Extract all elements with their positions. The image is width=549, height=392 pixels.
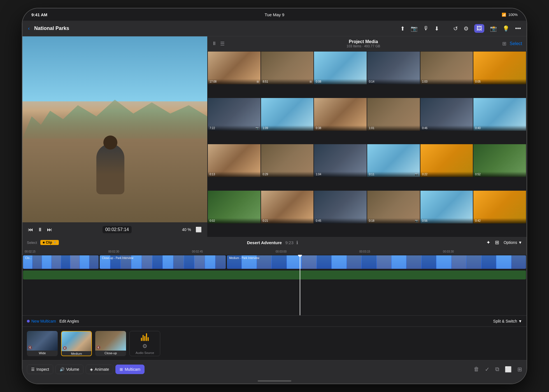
photos-icon[interactable]: 🖼 (474, 24, 484, 33)
status-bar: 9:41 AM Tue May 9 📶 100% (22, 8, 527, 21)
layout-icon[interactable]: ⬜ (505, 366, 512, 373)
media-item[interactable]: 0:05 (473, 52, 526, 84)
media-item[interactable]: 0:22 (420, 144, 473, 177)
multicam-angle-medium[interactable]: 🔇 Medium (61, 331, 92, 356)
timecode-display: 00:02:57:14 (103, 226, 132, 233)
media-item[interactable]: 0:18 📷 (367, 191, 420, 223)
media-duration: 1:03 (422, 80, 427, 83)
volume-label: Volume (66, 367, 79, 372)
more-icon[interactable]: ••• (515, 25, 521, 32)
track-clip[interactable]: Medium - Park Interview (227, 255, 526, 269)
inspect-button[interactable]: ☰ Inspect (27, 365, 53, 374)
checkmark-icon[interactable]: ✓ (485, 366, 490, 373)
media-overlay: 1:01 (367, 125, 420, 131)
media-item[interactable]: 0:56 (420, 191, 473, 223)
media-item[interactable]: 0:14 (367, 52, 420, 84)
media-item[interactable]: 0:21 (261, 191, 314, 223)
pause-icon[interactable]: ⏸ (212, 41, 217, 47)
media-overlay: 0:22 (420, 172, 473, 177)
track-clip[interactable]: Clo... (23, 255, 99, 269)
timeline-section: Select ■ Clip ▼ Desert Adventure 9:23 ℹ … (22, 237, 527, 315)
media-duration: 0:02 (210, 219, 215, 222)
rewind-button[interactable]: ⏮ (28, 227, 33, 233)
playhead[interactable] (300, 255, 300, 315)
media-item[interactable]: 0:46 (420, 98, 473, 131)
media-item[interactable]: 0:52 (473, 144, 526, 177)
grid-layout-icon[interactable]: ⊞ (517, 366, 522, 373)
status-time: 9:41 AM (31, 12, 47, 17)
new-multicam-button[interactable]: New Multicam (27, 319, 56, 323)
media-item[interactable]: 8:51 ⊞ (261, 52, 314, 84)
multicam-angle-closeup[interactable]: 🔇 Close-up (95, 331, 126, 356)
camera-record-icon[interactable]: 📷 (411, 25, 418, 32)
magnetic-timeline-icon[interactable]: ✦ (486, 239, 490, 246)
info-icon[interactable]: 💡 (503, 25, 510, 32)
media-item[interactable]: 7:22 📷 (208, 98, 260, 131)
grid-view-icon[interactable]: ⊞ (502, 41, 506, 47)
media-item[interactable]: 0:42 (473, 191, 526, 223)
media-item[interactable]: 0:02 (208, 191, 260, 223)
media-duration: 0:18 (369, 219, 374, 222)
history-icon[interactable]: ↺ (453, 25, 458, 32)
device-screen: 9:41 AM Tue May 9 📶 100% ‹ National Park… (22, 8, 527, 384)
clip-label: Close-up - Park Interview (101, 256, 134, 260)
media-item[interactable]: 1:04 (314, 144, 367, 177)
media-overlay: 0:02 (208, 218, 260, 223)
settings-icon[interactable]: ⚙ (464, 25, 469, 32)
video-controls: ⏮ ⏸ ⏭ 00:02:57:14 40 % ⬜ (22, 222, 207, 237)
media-item[interactable]: 0:29 (261, 144, 314, 177)
play-pause-button[interactable]: ⏸ (38, 227, 43, 233)
media-item[interactable]: 1:09 (261, 98, 314, 131)
media-duration: 1:04 (316, 173, 321, 176)
ruler-mark: 00:02:15 (25, 250, 108, 253)
media-item[interactable]: 0:11 📷 (367, 144, 420, 177)
media-item[interactable]: 0:45 (314, 191, 367, 223)
camera-angle-icon[interactable]: 📸 (490, 25, 497, 32)
media-overlay: 0:18 📷 (367, 218, 420, 223)
closeup-thumb: 🔇 (95, 331, 126, 351)
media-item[interactable]: 0:38 (314, 98, 367, 131)
animate-button[interactable]: ◈ Animate (86, 365, 113, 374)
upload-icon[interactable]: ⬆ (400, 25, 405, 32)
options-chevron-icon: ▼ (518, 240, 522, 245)
delete-icon[interactable]: 🗑 (474, 366, 479, 372)
media-item[interactable]: 0:13 (208, 144, 260, 177)
media-title-section: Project Media 103 Items · 493.77 GB (228, 39, 499, 48)
media-item[interactable]: 1:01 (367, 98, 420, 131)
medium-thumb: 🔇 (62, 332, 91, 351)
voiceover-icon[interactable]: 🎙 (423, 25, 429, 32)
audio-options-icon[interactable]: ☰ (220, 41, 225, 47)
media-item[interactable]: 0:40 (473, 98, 526, 131)
audio-track-clip[interactable] (23, 270, 526, 279)
back-button[interactable]: ‹ (28, 25, 30, 31)
share-icon[interactable]: ⬇ (434, 25, 439, 32)
media-item[interactable]: 17:08 ⊞ (208, 52, 260, 84)
no-audio-icon: 🔇 (96, 346, 101, 349)
multicam-clips-container: 🔇 Wide 🔇 Medium 🔇 Close-up (22, 327, 527, 360)
info-circle-icon[interactable]: ℹ (296, 240, 298, 245)
multicam-dot-icon (27, 320, 30, 323)
media-item[interactable]: 0:08 (314, 52, 367, 84)
select-button[interactable]: Select (510, 41, 522, 46)
media-overlay: 0:08 (314, 79, 367, 84)
options-button[interactable]: Options ▼ (504, 240, 522, 245)
snap-icon[interactable]: ⊞ (495, 239, 499, 246)
monitor-icon[interactable]: ⬜ (196, 227, 202, 233)
back-chevron-icon: ‹ (28, 25, 30, 31)
ruler-mark: 00:03:00 (276, 250, 359, 253)
track-clip[interactable]: Close-up - Park Interview (100, 255, 226, 269)
camera-icon: 📷 (415, 219, 418, 222)
clip-badge[interactable]: ■ Clip ▼ (40, 240, 59, 245)
media-item[interactable]: 1:03 (420, 52, 473, 84)
media-duration: 0:05 (475, 80, 480, 83)
media-grid: 17:08 ⊞ 8:51 ⊞ 0:08 (207, 51, 527, 237)
multicam-button[interactable]: ⊞ Multicam (115, 365, 145, 374)
ruler-mark: 00:02:30 (108, 250, 192, 253)
edit-angles-button[interactable]: Edit Angles (59, 319, 79, 323)
multicam-angle-wide[interactable]: 🔇 Wide (27, 331, 58, 356)
fast-forward-button[interactable]: ⏭ (47, 227, 52, 233)
volume-button[interactable]: 🔊 Volume (55, 365, 83, 374)
audio-source-clip[interactable]: ⚙ Audio Source (129, 331, 160, 356)
split-view-icon[interactable]: ⧉ (495, 366, 499, 372)
split-switch-button[interactable]: Split & Switch ▼ (493, 319, 522, 323)
